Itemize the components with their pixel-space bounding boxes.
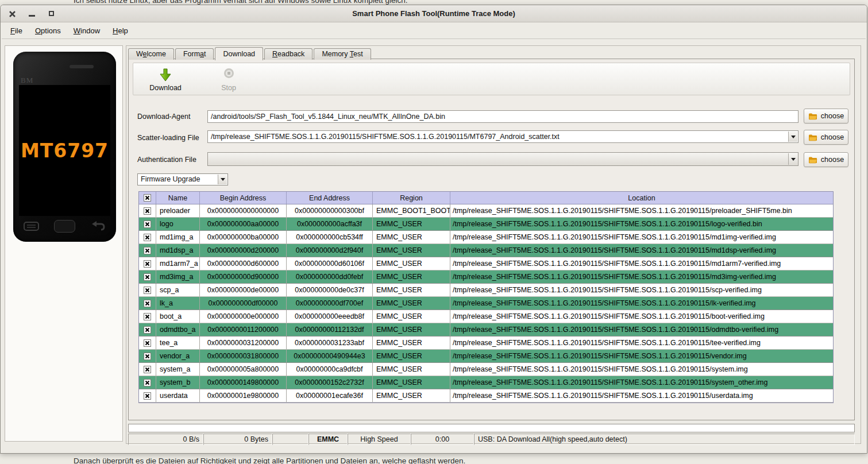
row-checkbox[interactable] <box>139 257 156 270</box>
cell-name: tee_a <box>156 337 200 349</box>
table-row[interactable]: system_b 0x0000000149800000 0x0000000152… <box>139 376 833 389</box>
phone-panel: BM MT6797 <box>5 45 123 442</box>
table-row[interactable]: vendor_a 0x0000000031800000 0x0000000049… <box>139 350 833 363</box>
table-row[interactable]: md3img_a 0x000000000d900000 0x000000000d… <box>139 270 833 284</box>
table-row[interactable]: logo 0x000000000aa00000 0x000000000acffa… <box>139 218 833 231</box>
auth-file-choose-button[interactable]: choose <box>804 152 848 167</box>
menu-item-help[interactable]: Help <box>106 24 134 38</box>
table-row[interactable]: tee_a 0x0000000031200000 0x0000000031233… <box>139 337 833 350</box>
row-checkbox[interactable] <box>139 204 156 217</box>
row-checkbox[interactable] <box>139 350 156 362</box>
menu-item-file[interactable]: File <box>4 24 29 38</box>
phone-speaker <box>70 65 94 68</box>
chevron-down-icon[interactable] <box>788 153 797 165</box>
table-row[interactable]: scp_a 0x000000000de00000 0x000000000de0c… <box>139 284 833 297</box>
cell-begin-address: 0x0000000011200000 <box>200 323 287 336</box>
download-agent-choose-button[interactable]: choose <box>804 109 848 123</box>
table-row[interactable]: md1arm7_a 0x000000000d600000 0x000000000… <box>139 257 833 270</box>
cell-name: lk_a <box>156 297 200 310</box>
status-storage-type: EMMC <box>308 434 348 445</box>
table-row[interactable]: md1dsp_a 0x000000000d200000 0x000000000d… <box>139 244 833 257</box>
cell-name: scp_a <box>156 284 200 296</box>
tab-welcome[interactable]: Welcome <box>128 48 174 60</box>
checkbox-checked-icon <box>144 273 151 281</box>
tab-download[interactable]: Download <box>215 47 263 60</box>
cell-end-address: 0x00000000490944e3 <box>287 350 373 362</box>
cell-end-address: 0x000000000acffa3f <box>287 218 373 230</box>
chevron-down-icon[interactable] <box>788 132 797 142</box>
scatter-file-combobox[interactable]: /tmp/release_SHIFT5ME.SOS.1.1.G.20190115… <box>207 130 798 143</box>
mode-select[interactable]: Firmware Upgrade <box>137 173 228 185</box>
cell-region: EMMC_USER <box>373 363 450 376</box>
checkbox-checked-icon <box>144 313 151 320</box>
status-speed: 0 B/s <box>128 434 203 445</box>
table-row[interactable]: md1img_a 0x000000000ba00000 0x000000000c… <box>139 231 833 244</box>
chevron-down-icon[interactable] <box>218 175 227 184</box>
row-checkbox[interactable] <box>139 270 156 283</box>
cell-begin-address: 0x0000000031800000 <box>200 350 287 362</box>
cell-end-address: 0x0000000152c2732f <box>287 376 373 389</box>
partition-table: Name Begin Address End Address Region Lo… <box>138 191 834 403</box>
cell-name: md1arm7_a <box>156 257 200 270</box>
select-all-checkbox[interactable] <box>139 192 156 204</box>
row-checkbox[interactable] <box>139 244 156 257</box>
menu-item-options[interactable]: Options <box>29 24 67 38</box>
row-checkbox[interactable] <box>139 363 156 376</box>
cell-location: /tmp/release_SHIFT5ME.SOS.1.1.G.20190115… <box>450 350 833 362</box>
stop-button[interactable]: Stop <box>206 67 252 93</box>
tab-readback[interactable]: Readback <box>264 48 313 60</box>
row-checkbox[interactable] <box>139 337 156 349</box>
cell-region: EMMC_USER <box>373 284 450 296</box>
auth-file-combobox[interactable] <box>207 152 798 166</box>
row-checkbox[interactable] <box>139 284 156 296</box>
table-row[interactable]: userdata 0x00000001e9800000 0x00000001ec… <box>139 389 833 403</box>
auth-file-label: Authentication File <box>137 156 196 164</box>
menu-item-window[interactable]: Window <box>67 24 106 38</box>
cell-location: /tmp/release_SHIFT5ME.SOS.1.1.G.20190115… <box>450 244 833 257</box>
cell-end-address: 0x0000000031233abf <box>287 337 373 349</box>
cell-end-address: 0x00000000ca9dfcbf <box>287 363 373 376</box>
phone-image: BM MT6797 <box>13 52 116 242</box>
scatter-file-choose-button[interactable]: choose <box>804 130 848 145</box>
cell-name: userdata <box>156 389 200 402</box>
cell-begin-address: 0x00000001e9800000 <box>200 389 287 402</box>
row-checkbox[interactable] <box>139 218 156 230</box>
checkbox-checked-icon <box>144 326 151 334</box>
row-checkbox[interactable] <box>139 310 156 323</box>
status-usb-status: USB: DA Download All(high speed,auto det… <box>474 434 855 445</box>
cell-location: /tmp/release_SHIFT5ME.SOS.1.1.G.20190115… <box>450 231 833 243</box>
tab-format[interactable]: Format <box>175 48 214 60</box>
cell-end-address: 0x000000000eeedb8f <box>287 310 373 323</box>
row-checkbox[interactable] <box>139 231 156 243</box>
stop-button-label: Stop <box>221 84 236 92</box>
row-checkbox[interactable] <box>139 389 156 402</box>
table-row[interactable]: lk_a 0x000000000df00000 0x000000000df700… <box>139 297 833 310</box>
folder-icon <box>808 134 817 141</box>
row-checkbox[interactable] <box>139 376 156 389</box>
status-empty <box>272 434 308 445</box>
cell-name: system_b <box>156 376 200 389</box>
cell-region: EMMC_USER <box>373 337 450 349</box>
cell-location: /tmp/release_SHIFT5ME.SOS.1.1.G.20190115… <box>450 376 833 389</box>
cell-region: EMMC_USER <box>373 376 450 389</box>
column-header-begin: Begin Address <box>200 192 287 204</box>
table-row[interactable]: boot_a 0x000000000e000000 0x000000000eee… <box>139 310 833 323</box>
cell-begin-address: 0x000000000aa00000 <box>200 218 287 230</box>
mode-select-value: Firmware Upgrade <box>141 175 200 183</box>
download-button[interactable]: Download <box>142 67 188 93</box>
table-row[interactable]: system_a 0x000000005a800000 0x00000000ca… <box>139 363 833 376</box>
cell-end-address: 0x000000000cb534ff <box>287 231 373 243</box>
cell-begin-address: 0x000000000ba00000 <box>200 231 287 243</box>
row-checkbox[interactable] <box>139 323 156 336</box>
checkbox-checked-icon <box>144 392 151 400</box>
tab-memory-test[interactable]: Memory Test <box>314 48 371 60</box>
cell-end-address: 0x000000000dd0febf <box>287 270 373 283</box>
choose-button-label: choose <box>821 112 844 120</box>
cell-end-address: 0x000000000d60106f <box>287 257 373 270</box>
download-agent-input[interactable]: /android/tools/SP_Flash_Tool_v5.1844_Lin… <box>207 110 798 123</box>
table-row[interactable]: odmdtbo_a 0x0000000011200000 0x000000001… <box>139 323 833 337</box>
table-row[interactable]: preloader 0x0000000000000000 0x000000000… <box>139 204 833 218</box>
table-body: preloader 0x0000000000000000 0x000000000… <box>139 204 833 403</box>
cell-region: EMMC_USER <box>373 323 450 336</box>
row-checkbox[interactable] <box>139 297 156 310</box>
